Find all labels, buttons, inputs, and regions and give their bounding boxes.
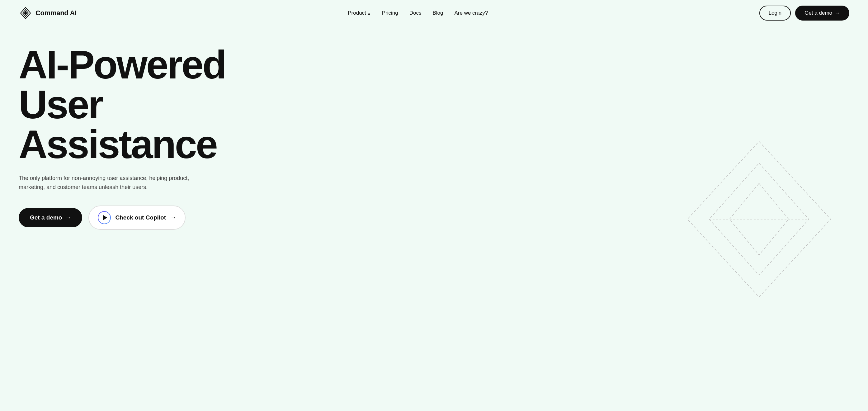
product-dropdown-icon: ▲ [367, 11, 371, 15]
nav-item-crazy[interactable]: Are we crazy? [454, 10, 488, 16]
nav-item-blog[interactable]: Blog [432, 10, 443, 16]
navbar: Command AI Product ▲ Pricing Docs Blog [0, 0, 868, 26]
nav-links: Product ▲ Pricing Docs Blog Are we crazy… [348, 10, 488, 16]
nav-link-docs[interactable]: Docs [409, 10, 422, 16]
get-demo-nav-button[interactable]: Get a demo → [795, 6, 849, 21]
nav-item-docs[interactable]: Docs [409, 10, 422, 16]
nav-link-product[interactable]: Product ▲ [348, 10, 371, 16]
nav-item-product[interactable]: Product ▲ [348, 10, 371, 16]
check-out-copilot-button[interactable]: Check out Copilot → [88, 205, 186, 230]
nav-actions: Login Get a demo → [760, 6, 849, 21]
get-demo-hero-button[interactable]: Get a demo → [19, 208, 82, 227]
hero-section: AI-Powered User Assistance The only plat… [0, 26, 868, 411]
play-icon [98, 211, 111, 224]
nav-item-pricing[interactable]: Pricing [382, 10, 398, 16]
nav-link-crazy[interactable]: Are we crazy? [454, 10, 488, 16]
hero-title: AI-Powered User Assistance [19, 45, 274, 164]
hero-subtitle: The only platform for non-annoying user … [19, 174, 199, 192]
hero-bg-decoration [669, 129, 849, 310]
logo-link[interactable]: Command AI [19, 6, 76, 20]
nav-link-pricing[interactable]: Pricing [382, 10, 398, 16]
hero-buttons: Get a demo → Check out Copilot → [19, 205, 274, 230]
nav-link-blog[interactable]: Blog [432, 10, 443, 16]
logo-icon [19, 6, 32, 20]
svg-marker-2 [24, 11, 27, 15]
login-button[interactable]: Login [760, 6, 791, 21]
hero-content: AI-Powered User Assistance The only plat… [19, 45, 274, 230]
play-triangle-icon [103, 215, 107, 220]
brand-name: Command AI [35, 9, 76, 17]
